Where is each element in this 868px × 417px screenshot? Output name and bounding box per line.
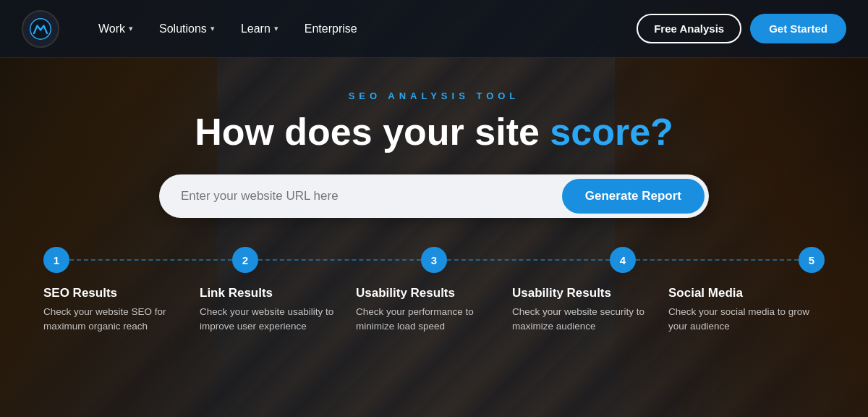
hero-title-accent: score?	[550, 111, 673, 153]
logo[interactable]	[22, 10, 59, 48]
step-item-1: SEO Results Check your website SEO for m…	[43, 286, 200, 334]
nav-item-solutions[interactable]: Solutions ▾	[149, 17, 225, 41]
chevron-down-icon: ▾	[210, 24, 215, 33]
nav-item-enterprise[interactable]: Enterprise	[294, 17, 367, 41]
step-circle-4: 4	[610, 247, 636, 273]
step-1-title: SEO Results	[43, 286, 185, 300]
step-1-desc: Check your website SEO for maximum organ…	[43, 305, 185, 334]
step-circle-3: 3	[421, 247, 447, 273]
get-started-button[interactable]: Get Started	[750, 14, 846, 43]
steps-section: 1 2 3 4 5 SEO Results Check your website…	[0, 247, 868, 334]
steps-content: SEO Results Check your website SEO for m…	[43, 286, 825, 334]
step-circle-2: 2	[232, 247, 258, 273]
hero-subtitle: SEO ANALYSIS TOOL	[349, 90, 520, 101]
url-search-input[interactable]	[181, 189, 562, 203]
step-2-desc: Check your website usability to improve …	[200, 305, 341, 334]
step-line-4	[636, 259, 799, 261]
step-item-3: Usability Results Check your performance…	[356, 286, 512, 334]
step-5-desc: Check your social media to grow your aud…	[668, 305, 810, 334]
chevron-down-icon: ▾	[274, 24, 278, 33]
search-bar: Generate Report	[159, 174, 709, 218]
step-2-title: Link Results	[200, 286, 341, 300]
nav-item-learn[interactable]: Learn ▾	[231, 17, 289, 41]
free-analysis-button[interactable]: Free Analysis	[637, 14, 741, 43]
hero-title-text: How does your site	[195, 111, 550, 153]
step-circle-1: 1	[43, 247, 69, 273]
steps-track: 1 2 3 4 5	[43, 247, 825, 273]
nav-actions: Free Analysis Get Started	[637, 14, 846, 43]
hero-section: SEO ANALYSIS TOOL How does your site sco…	[0, 58, 868, 218]
step-4-title: Usability Results	[512, 286, 654, 300]
generate-report-button[interactable]: Generate Report	[562, 179, 705, 214]
step-5-title: Social Media	[668, 286, 810, 300]
nav-links: Work ▾ Solutions ▾ Learn ▾ Enterprise	[88, 17, 637, 41]
step-item-4: Usability Results Check your website sec…	[512, 286, 668, 334]
nav-item-work[interactable]: Work ▾	[88, 17, 143, 41]
step-line-3	[447, 259, 610, 261]
hero-title: How does your site score?	[195, 111, 673, 153]
step-4-desc: Check your website security to maximize …	[512, 305, 654, 334]
step-line-1	[69, 259, 232, 261]
step-3-title: Usability Results	[356, 286, 498, 300]
step-circle-5: 5	[799, 247, 825, 273]
step-item-2: Link Results Check your website usabilit…	[200, 286, 356, 334]
chevron-down-icon: ▾	[129, 24, 133, 33]
step-item-5: Social Media Check your social media to …	[668, 286, 825, 334]
step-line-2	[258, 259, 421, 261]
step-3-desc: Check your performance to minimize load …	[356, 305, 498, 334]
navbar: Work ▾ Solutions ▾ Learn ▾ Enterprise Fr…	[0, 0, 868, 58]
